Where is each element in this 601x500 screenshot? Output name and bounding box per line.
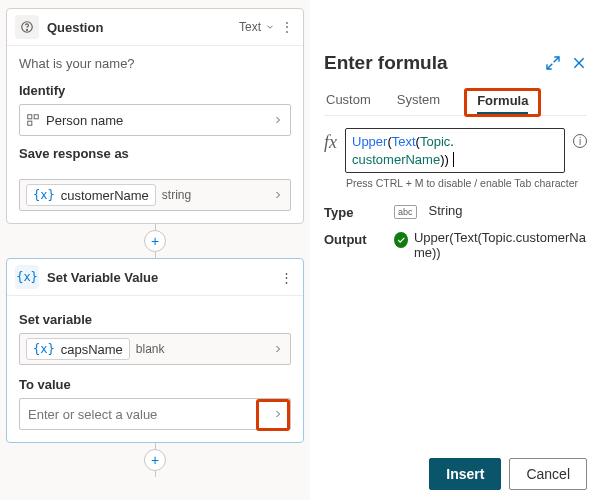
info-icon[interactable]: i [573, 134, 587, 148]
svg-rect-2 [28, 115, 32, 119]
to-value-input-wrap [19, 398, 291, 430]
add-node-button[interactable]: + [144, 230, 166, 252]
formula-input[interactable]: Upper(Text(Topic.customerName)) [345, 128, 565, 173]
identify-value: Person name [46, 113, 123, 128]
variable-type-caps: blank [136, 342, 165, 356]
svg-rect-3 [34, 115, 38, 119]
chevron-right-icon [272, 343, 284, 355]
panel-title: Enter formula [324, 52, 535, 74]
chevron-right-icon [272, 114, 284, 126]
save-as-selector[interactable]: {x} customerName string [19, 179, 291, 211]
variable-name: customerName [61, 188, 149, 203]
close-icon[interactable] [571, 55, 587, 71]
setvar-more-icon[interactable]: ⋮ [278, 270, 295, 285]
formula-hint: Press CTRL + M to disable / enable Tab c… [346, 177, 587, 189]
set-variable-node: {x} Set Variable Value ⋮ Set variable {x… [6, 258, 304, 443]
tab-system[interactable]: System [395, 84, 442, 115]
variable-icon: {x} [33, 188, 55, 202]
svg-rect-4 [28, 121, 32, 125]
insert-button[interactable]: Insert [429, 458, 501, 490]
highlight-tab-formula: Formula [464, 88, 541, 117]
question-title: Question [47, 20, 239, 35]
chevron-down-icon[interactable] [265, 22, 275, 32]
variable-chip-caps: {x} capsName [26, 338, 130, 360]
question-node: Question Text ⋮ What is your name? Ident… [6, 8, 304, 224]
question-prompt: What is your name? [19, 56, 291, 71]
entity-icon [26, 113, 40, 127]
type-value: String [429, 203, 463, 218]
question-more-icon[interactable]: ⋮ [279, 20, 295, 34]
formula-panel: Enter formula Custom System Formula fx U… [310, 0, 601, 500]
set-variable-selector[interactable]: {x} capsName blank [19, 333, 291, 365]
set-variable-label: Set variable [19, 312, 291, 327]
tab-formula[interactable]: Formula [477, 93, 528, 108]
success-icon [394, 232, 408, 248]
to-value-label: To value [19, 377, 291, 392]
setvar-title: Set Variable Value [47, 270, 278, 285]
identify-label: Identify [19, 83, 291, 98]
chevron-right-icon [272, 189, 284, 201]
question-type-label[interactable]: Text [239, 20, 261, 34]
variable-name-caps: capsName [61, 342, 123, 357]
variable-type: string [162, 188, 191, 202]
type-label: Type [324, 203, 394, 220]
identify-selector[interactable]: Person name [19, 104, 291, 136]
string-type-icon: abc [394, 205, 417, 219]
output-label: Output [324, 230, 394, 247]
svg-point-1 [27, 29, 28, 30]
tab-bar: Custom System Formula [324, 84, 587, 116]
variable-icon: {x} [33, 342, 55, 356]
tab-custom[interactable]: Custom [324, 84, 373, 115]
variable-chip: {x} customerName [26, 184, 156, 206]
question-icon [15, 15, 39, 39]
to-value-input[interactable] [26, 406, 272, 423]
fx-icon: fx [324, 128, 337, 153]
expand-icon[interactable] [545, 55, 561, 71]
to-value-picker-button[interactable] [272, 408, 284, 420]
save-as-label: Save response as [19, 146, 291, 161]
add-node-button-2[interactable]: + [144, 449, 166, 471]
variable-node-icon: {x} [15, 265, 39, 289]
output-value: Upper(Text(Topic.customerName)) [414, 230, 587, 260]
cancel-button[interactable]: Cancel [509, 458, 587, 490]
